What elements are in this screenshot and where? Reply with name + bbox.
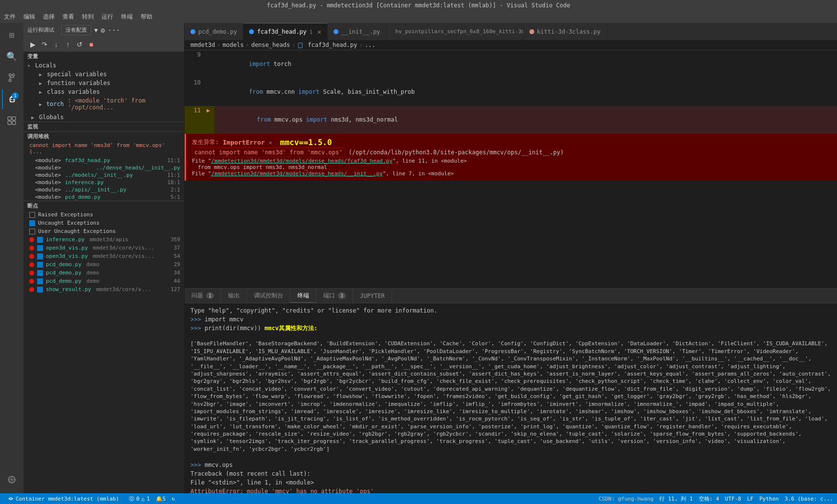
activity-search[interactable]: 🔍 [2,46,21,66]
bp-file-6[interactable]: pcd_demo.py demo 44 [23,277,184,285]
debug-stop[interactable]: ■ [86,39,97,50]
function-variables[interactable]: ▶ function variables [23,79,184,87]
globals-arrow: ▶ [31,115,37,120]
panel-tab-problems-label: 问题 [191,292,203,300]
panel-tab-terminal[interactable]: 终端 [291,289,316,303]
tab-close-fcaf3d[interactable]: ✕ [317,28,321,36]
uncaught-label: Uncaught Exceptions [38,220,100,226]
globals-section[interactable]: ▶ Globals [23,113,184,122]
panel-tab-debug-console[interactable]: 调试控制台 [247,289,291,303]
bp-cb-2[interactable] [37,245,43,251]
bp-cb-7[interactable] [37,287,43,293]
debug-continue[interactable]: ▶ [27,39,38,50]
mmcv-attrs-label: mmcv其属性和方法: [265,325,317,332]
bp-cb-6[interactable] [37,278,43,284]
panel-tab-ports[interactable]: 端口 3 [316,289,353,303]
debug-step-into[interactable]: ↓ [51,39,62,50]
more-icon[interactable]: ··· [108,26,120,34]
user-uncaught-checkbox[interactable] [29,229,35,234]
cs-item-5[interactable]: <module> ../apis/__init__.py 2:1 [23,186,184,193]
class-variables[interactable]: ▶ class variables [23,87,184,96]
status-bell[interactable]: 🔔5 [156,496,166,502]
status-python-version[interactable]: 3.6 (base: c... [785,496,833,502]
bp-file-2[interactable]: open3d_vis.py mmdet3d/core/vis... 37 [23,244,184,252]
tab-init[interactable]: __init__.py [328,23,386,40]
bc-dense-heads[interactable]: dense_heads [251,42,290,48]
menu-help[interactable]: 帮助 [141,13,152,21]
panel-badge-problems: 1 [206,293,214,299]
sv-arrow: ▶ [39,72,45,77]
menu-edit[interactable]: 编辑 [23,13,35,21]
raised-checkbox[interactable] [29,212,35,218]
config-arrow[interactable]: ▼ [94,27,98,34]
cs-item-2[interactable]: <module> ../dense_heads/__init__.py [23,164,184,171]
status-sync[interactable]: ↻ [171,496,175,502]
torch-variable[interactable]: ▶ torch : <module 'torch' from '/opt/con… [23,96,184,112]
locals-section[interactable]: ▾ Locals [23,61,184,70]
panel-tab-jupyter[interactable]: JUPYTER [353,289,392,303]
cs-line-4: 18:1 [167,179,181,186]
bp-file-5[interactable]: pcd_demo.py demo 34 [23,269,184,277]
status-spaces[interactable]: 空格: 4 [699,495,719,503]
bp-dot-5 [29,271,34,275]
breadcrumb: mmdet3d › models › dense_heads › fcaf3d_… [185,40,837,50]
special-variables[interactable]: ▶ special variables [23,70,184,79]
bp-file-1[interactable]: inference.py mmdet3d/apis 359 [23,235,184,244]
bp-cb-4[interactable] [37,262,43,268]
menu-view[interactable]: 查看 [63,13,74,21]
debug-step-over[interactable]: ↷ [39,39,50,50]
bp-uncaught[interactable]: Uncaught Exceptions [23,219,184,227]
bc-file[interactable]: fcaf3d_head.py [297,42,357,48]
svg-rect-6 [8,117,11,120]
uncaught-checkbox[interactable] [29,220,35,226]
watch-header[interactable]: 监视 [23,122,184,131]
call-stack-header[interactable]: 调用堆栈 [23,132,184,141]
panel-tab-output[interactable]: 输出 [221,289,247,303]
tab-pcd-demo[interactable]: pcd_demo.py [185,23,243,40]
cs-item-4[interactable]: <module> inference.py 18:1 [23,179,184,186]
bp-file-4[interactable]: pcd_demo.py demo 29 [23,260,184,269]
menu-select[interactable]: 选择 [43,13,55,21]
status-errors[interactable]: ⓪ 0 △ 1 [129,495,150,503]
bc-mmdet3d[interactable]: mmdet3d [190,42,215,48]
activity-explorer[interactable]: ⊞ [2,25,21,44]
bp-file-3[interactable]: open3d_vis.py mmdet3d/core/vis... 54 [23,252,184,260]
activity-remote[interactable] [2,470,21,489]
status-container[interactable]: Container mmdet3d:latest (mmlab) [4,493,123,504]
bp-raised[interactable]: Raised Exceptions [23,210,184,219]
status-encoding[interactable]: UTF-8 [725,496,741,502]
gear-icon[interactable]: ⚙ [101,26,105,34]
bc-models[interactable]: models [223,42,244,48]
panel-tab-problems[interactable]: 问题 1 [185,289,221,303]
cs-line-5: 2:1 [170,187,180,193]
bp-cb-3[interactable] [37,253,43,259]
cs-item-6[interactable]: <module> pcd_demo.py 5:1 [23,193,184,201]
bp-cb-5[interactable] [37,270,43,276]
tab-icon-pcd [190,29,195,34]
menu-run[interactable]: 运行 [102,13,113,21]
tab-hv[interactable]: hv_pointpillars_secfpn_6x8_160e_kitti-3d… [387,23,523,40]
tab-kitti[interactable]: kitti-3d-3class.py [523,23,607,40]
cs-item-3[interactable]: <module> ../models/__init__.py 11:1 [23,171,184,179]
debug-step-out[interactable]: ↑ [63,39,73,50]
tab-fcaf3d[interactable]: fcaf3d_head.py 1 ✕ [243,23,328,40]
exception-close[interactable]: ✕ [269,139,272,146]
status-language[interactable]: Python [759,496,779,502]
line-num-9: 9 [185,50,207,60]
activity-extensions[interactable] [2,111,21,130]
bp-user-uncaught[interactable]: User Uncaught Exceptions [23,227,184,235]
panel-tab-terminal-label: 终端 [297,292,309,300]
activity-git[interactable] [2,68,21,87]
bp-file-7[interactable]: show_result.py mmdet3d/core/v... 127 [23,285,184,294]
status-line-ending[interactable]: LF [747,496,753,502]
status-line-col[interactable]: 行 11, 列 1 [659,495,692,503]
debug-restart[interactable]: ↺ [74,39,85,50]
bp-cb-1[interactable] [37,237,43,243]
breakpoints-header[interactable]: 断点 [23,201,184,210]
cs-item-1[interactable]: <module> fcaf3d_head.py 11:1 [23,157,184,164]
menu-file[interactable]: 文件 [4,13,16,21]
variables-header[interactable]: 变量 [23,52,184,61]
activity-debug[interactable]: 1 [2,89,21,109]
menu-terminal[interactable]: 终端 [121,13,133,21]
menu-goto[interactable]: 转到 [82,13,94,21]
